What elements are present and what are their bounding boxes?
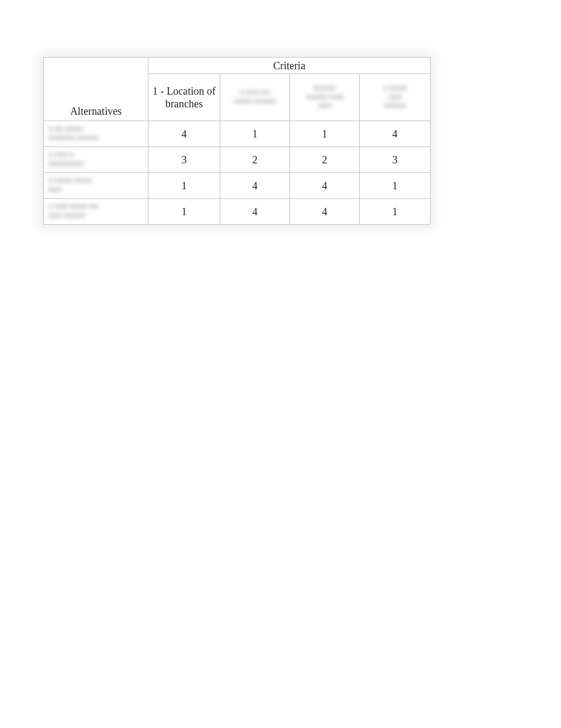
criteria-header: Criteria — [148, 58, 431, 74]
cell-4-3: 4 — [290, 199, 360, 225]
cell-2-4: 3 — [360, 147, 431, 173]
criteria-col-2: ■ ■■■ ■■■■■■ ■■■■■ — [220, 74, 290, 121]
cell-1-2: 1 — [220, 121, 290, 147]
cell-2-2: 2 — [220, 147, 290, 173]
alternative-3-label: ■ ■■■■ ■■■■■■■ — [44, 173, 148, 199]
decision-matrix-table: Alternatives Criteria 1 - Location of br… — [43, 57, 430, 225]
cell-4-1: 1 — [148, 199, 220, 225]
criteria-col-4: ■ ■■■■■■■■■■■■ — [360, 74, 431, 121]
cell-4-4: 1 — [360, 199, 431, 225]
alternative-1-label: ■ ■■ ■■■■■■■■■■ ■■■■■ — [44, 121, 148, 147]
table-row: ■ ■■■ ■■■■ ■■■■■ ■■■■■ 1 4 4 1 — [44, 199, 431, 225]
matrix-table: Alternatives Criteria 1 - Location of br… — [43, 57, 431, 225]
criteria-col-1: 1 - Location of branches — [148, 74, 220, 121]
cell-2-1: 3 — [148, 147, 220, 173]
table-row: ■ ■■■■ ■■■■■■■ 1 4 4 1 — [44, 173, 431, 199]
cell-1-3: 1 — [290, 121, 360, 147]
cell-4-2: 4 — [220, 199, 290, 225]
cell-3-4: 1 — [360, 173, 431, 199]
cell-1-4: 4 — [360, 121, 431, 147]
criteria-col-3: ■■■■■■■■■■ ■■■■■■ — [290, 74, 360, 121]
alternatives-header: Alternatives — [44, 58, 148, 121]
cell-3-1: 1 — [148, 173, 220, 199]
cell-3-3: 4 — [290, 173, 360, 199]
table-row: ■ ■■■ ■■■■■■■■■ 3 2 2 3 — [44, 147, 431, 173]
cell-3-2: 4 — [220, 173, 290, 199]
cell-1-1: 4 — [148, 121, 220, 147]
table-row: ■ ■■ ■■■■■■■■■■ ■■■■■ 4 1 1 4 — [44, 121, 431, 147]
cell-2-3: 2 — [290, 147, 360, 173]
alternative-2-label: ■ ■■■ ■■■■■■■■■ — [44, 147, 148, 173]
alternative-4-label: ■ ■■■ ■■■■ ■■■■■ ■■■■■ — [44, 199, 148, 225]
